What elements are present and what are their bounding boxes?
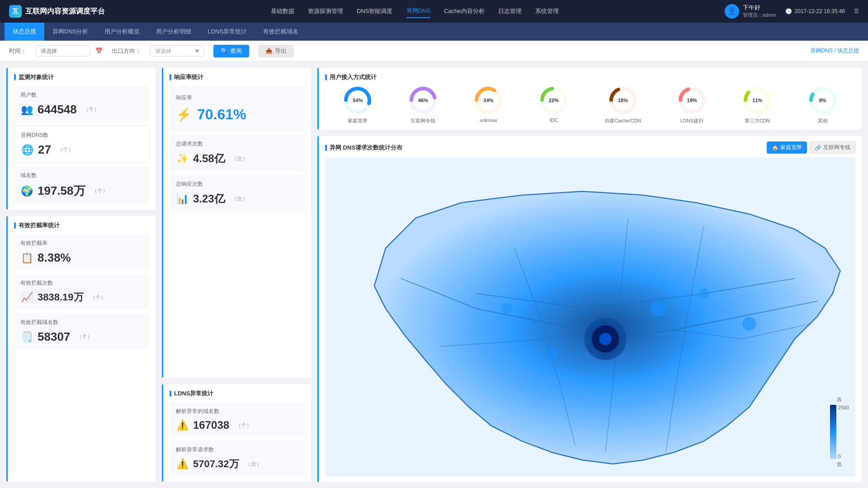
- btn-home-broadband[interactable]: 🏠 家庭宽带: [767, 141, 807, 154]
- pie-chart-item-1: 46% 互联网专线: [409, 86, 438, 124]
- dns-distribution-section: 异网 DNS请求次数统计分布 🏠 家庭宽带 🔗 互联网专线: [317, 136, 862, 482]
- dns-dist-header: 异网 DNS请求次数统计分布 🏠 家庭宽带 🔗 互联网专线: [325, 141, 855, 154]
- user-text: 下午好 管理员：admin: [743, 4, 776, 19]
- nav-item-log[interactable]: 日志管理: [498, 5, 522, 18]
- svg-point-19: [546, 348, 558, 360]
- nav-item-resource[interactable]: 资源探测管理: [308, 5, 343, 18]
- pie-wrapper-4: 18%: [609, 86, 637, 115]
- stat-alien-dns-label: 异网DNS数: [21, 131, 142, 139]
- subnav-user-analysis-overview[interactable]: 用户分析概览: [96, 23, 148, 41]
- user-avatar: 👤: [725, 4, 739, 19]
- pie-percent-1: 46%: [418, 98, 428, 103]
- stat-domain-count: 域名数 🌍 197.58万 （个）: [14, 166, 149, 204]
- direction-select[interactable]: 请选择: [150, 46, 204, 56]
- svg-point-20: [698, 288, 709, 299]
- stat-domain-value: 197.58万: [38, 183, 85, 199]
- pie-percent-0: 54%: [353, 98, 363, 103]
- pie-wrapper-7: 8%: [808, 86, 837, 115]
- stat-user-unit: （个）: [83, 106, 99, 113]
- intercept-domain-icon: 🗒️: [20, 331, 33, 343]
- pie-label-0: 家庭宽带: [348, 117, 368, 124]
- pie-wrapper-2: 34%: [474, 86, 503, 115]
- time-input[interactable]: [36, 46, 90, 56]
- monitoring-title: 监测对象统计: [14, 73, 149, 81]
- home-icon: 🏠: [772, 145, 778, 151]
- pie-charts-row: 54% 家庭宽带 46% 互联网专线 34% unknow: [325, 86, 855, 124]
- nav-item-alien-dns[interactable]: 异网DNS: [406, 5, 430, 18]
- pie-percent-2: 34%: [483, 98, 493, 103]
- ldns-abnormal-request-unit: （次）: [245, 460, 262, 468]
- intercept-domain-value: 58307: [38, 330, 70, 344]
- legend-low-label: 低: [837, 461, 842, 468]
- logo-icon: 互: [9, 5, 22, 18]
- svg-point-21: [501, 303, 512, 314]
- pie-percent-6: 11%: [752, 98, 762, 103]
- export-button[interactable]: 📤 导出: [258, 45, 294, 57]
- intercept-section: 有效拦截率统计 有效拦截率 📋 8.38% 有效拦截次数 📈 3838.19万 …: [6, 216, 156, 482]
- menu-icon[interactable]: ☰: [854, 8, 859, 14]
- response-rate-card: 响应率 ⚡ 70.61%: [170, 86, 305, 131]
- pie-chart-item-3: 22% IDC: [539, 86, 568, 123]
- map-legend: 高 2500 0 低: [830, 396, 849, 468]
- pie-chart-item-2: 34% unknow: [474, 86, 503, 123]
- total-response-label: 总响应次数: [176, 180, 298, 188]
- nav-item-dns-smart[interactable]: DNS智能调度: [357, 5, 392, 18]
- intercept-count-unit: （个）: [90, 294, 106, 301]
- legend-high-label: 高: [837, 396, 842, 403]
- main-content: 监测对象统计 用户数 👥 644548 （个） 异网DNS数 🌐 27 （个） …: [0, 61, 868, 488]
- left-panel: 监测对象统计 用户数 👥 644548 （个） 异网DNS数 🌐 27 （个） …: [6, 68, 156, 482]
- btn-internet-leased[interactable]: 🔗 互联网专线: [810, 141, 855, 154]
- pie-percent-3: 22%: [549, 98, 559, 103]
- nav-item-cache[interactable]: Cache内容分析: [444, 5, 485, 18]
- stat-alien-dns-value: 27: [38, 143, 51, 157]
- ldns-abnormal-domain: 解析异常的域名数 ⚠️ 167038 （个）: [170, 402, 305, 437]
- pie-percent-5: 19%: [687, 98, 697, 103]
- pie-chart-item-5: 19% LDNS递归: [678, 86, 707, 124]
- pie-label-6: 第三方CDN: [745, 117, 770, 124]
- map-container: 高 2500 0 低: [325, 157, 855, 477]
- response-section: 响应率统计 响应率 ⚡ 70.61% 总请求次数 ✨ 4.58亿 （次） 总响应…: [162, 68, 311, 378]
- main-nav: 基础数据 资源探测管理 DNS智能调度 异网DNS Cache内容分析 日志管理…: [105, 5, 725, 18]
- clock-icon: 🕓: [785, 8, 792, 14]
- response-rate-label: 响应率: [176, 94, 298, 102]
- pie-percent-4: 18%: [618, 98, 628, 103]
- svg-point-17: [599, 333, 612, 345]
- legend-max-value: 2500: [838, 405, 849, 410]
- total-response-unit: （次）: [231, 195, 248, 203]
- user-access-section: 用户接入方式统计 54% 家庭宽带 46% 互联网专线: [317, 68, 862, 130]
- pie-wrapper-0: 54%: [343, 86, 372, 115]
- pie-label-7: 其他: [818, 117, 828, 124]
- pie-chart-item-6: 11% 第三方CDN: [743, 86, 772, 124]
- subnav-alien-dns-analysis[interactable]: 异网DNS分析: [44, 23, 96, 41]
- stat-user-label: 用户数: [20, 91, 143, 99]
- total-request-label: 总请求次数: [176, 140, 298, 148]
- warning-icon-2: ⚠️: [176, 458, 189, 470]
- query-button[interactable]: 🔍 查询: [213, 45, 249, 57]
- app-logo: 互 互联网内容资源调度平台: [9, 5, 105, 18]
- top-navigation: 互 互联网内容资源调度平台 基础数据 资源探测管理 DNS智能调度 异网DNS …: [0, 0, 868, 23]
- subnav-status-overview[interactable]: 状态总揽: [5, 23, 44, 41]
- intercept-rate-value: 8.38%: [38, 251, 71, 265]
- top-right-area: 👤 下午好 管理员：admin 🕓 2017-12-22 16:35:46 ☰: [725, 4, 859, 19]
- nav-item-basic-data[interactable]: 基础数据: [271, 5, 294, 18]
- subnav-user-analysis-detail[interactable]: 用户分析明细: [148, 23, 199, 41]
- stat-domain-label: 域名数: [20, 172, 143, 179]
- sub-navigation: 状态总揽 异网DNS分析 用户分析概览 用户分析明细 LDNS异常统计 有效拦截…: [0, 23, 868, 41]
- pie-chart-item-4: 18% 自建Cache/CDN: [604, 86, 641, 124]
- total-request-icon: ✨: [176, 153, 189, 164]
- intercept-rate-label: 有效拦截率: [20, 239, 143, 247]
- calendar-icon: 📅: [95, 47, 103, 54]
- pie-wrapper-5: 19%: [678, 86, 707, 115]
- nav-item-system[interactable]: 系统管理: [535, 5, 559, 18]
- dns-dist-buttons: 🏠 家庭宽带 🔗 互联网专线: [767, 141, 855, 154]
- stat-alien-dns-unit: （个）: [57, 146, 74, 154]
- pie-chart-item-0: 54% 家庭宽带: [343, 86, 372, 124]
- domain-icon: 🌍: [20, 185, 33, 197]
- stat-alien-dns-count: 异网DNS数 🌐 27 （个）: [14, 126, 149, 163]
- subnav-ldns-anomaly[interactable]: LDNS异常统计: [199, 23, 255, 41]
- intercept-count-value: 3838.19万: [38, 291, 84, 304]
- subnav-effective-block-domain[interactable]: 有效拦截域名: [255, 23, 307, 41]
- app-title: 互联网内容资源调度平台: [25, 7, 105, 16]
- svg-point-18: [651, 301, 666, 316]
- user-access-title: 用户接入方式统计: [325, 73, 855, 81]
